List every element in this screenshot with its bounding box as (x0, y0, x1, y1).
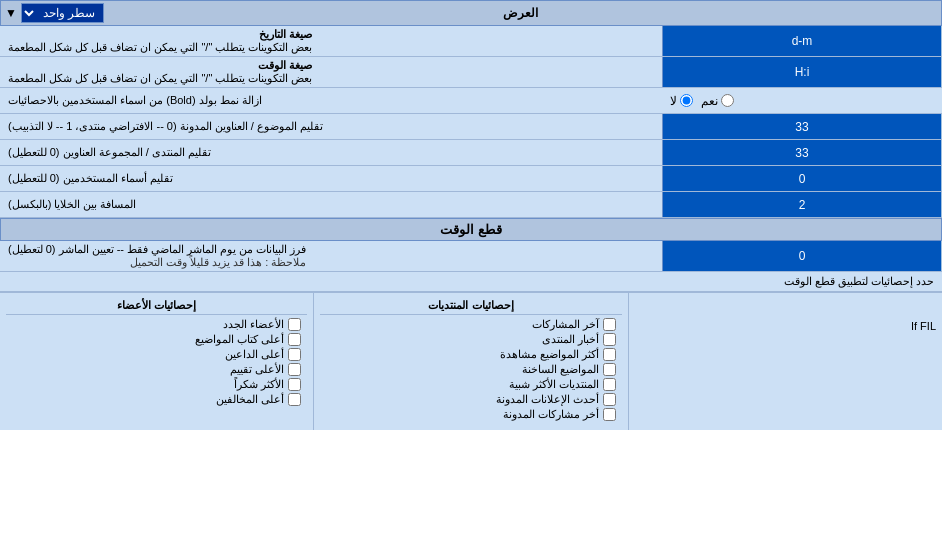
time-cut-input-cell: 0 (662, 241, 942, 271)
cell-spacing-label: المسافة بين الخلايا (بالبكسل) (0, 192, 662, 217)
checkbox-posts-5[interactable] (603, 378, 616, 391)
checkbox-members-4[interactable] (288, 363, 301, 376)
date-format-input-cell: d-m (662, 26, 942, 56)
checkbox-posts-1[interactable] (603, 318, 616, 331)
user-sort-row: 0 تقليم أسماء المستخدمين (0 للتعطيل) (0, 166, 942, 192)
topic-sort-input[interactable]: 33 (669, 119, 935, 135)
cell-spacing-input[interactable]: 2 (669, 197, 935, 213)
checkbox-label-members-1: الأعضاء الجدد (223, 318, 284, 331)
checkbox-label-posts-4: المواضيع الساخنة (522, 363, 599, 376)
radio-no[interactable] (680, 94, 693, 107)
list-item: أخر مشاركات المدونة (326, 408, 615, 421)
list-item: أخبار المنتدى (326, 333, 615, 346)
bold-remove-row: نعم لا ازالة نمط بولد (Bold) من اسماء ال… (0, 88, 942, 114)
checkbox-label-members-2: أعلى كتاب المواضيع (195, 333, 284, 346)
posts-checkbox-list: آخر المشاركات أخبار المنتدى أكثر المواضي… (320, 315, 621, 426)
forum-sort-label: تقليم المنتدى / المجموعة العناوين (0 للت… (0, 140, 662, 165)
time-cut-row: 0 فرز البيانات من يوم الماشر الماضي فقط … (0, 241, 942, 272)
cell-spacing-input-cell: 2 (662, 192, 942, 217)
dropdown-icon: ▼ (5, 6, 17, 20)
time-cut-label: فرز البيانات من يوم الماشر الماضي فقط --… (0, 241, 662, 271)
checkbox-section: If FIL إحصائيات المنتديات آخر المشاركات … (0, 292, 942, 430)
time-cut-main-label: فرز البيانات من يوم الماشر الماضي فقط --… (8, 243, 306, 256)
time-format-row: H:i صيغة الوقت بعض التكوينات يتطلب "/" ا… (0, 57, 942, 88)
time-cut-note: ملاحظة : هذا قد يزيد قليلاً وقت التحميل (8, 256, 306, 269)
bold-remove-label: ازالة نمط بولد (Bold) من اسماء المستخدمي… (0, 88, 662, 113)
date-format-sublabel: بعض التكوينات يتطلب "/" التي يمكن ان تضا… (8, 41, 312, 54)
checkbox-label-members-6: أعلى المخالفين (216, 393, 284, 406)
list-item: المنتديات الأكثر شبية (326, 378, 615, 391)
posts-col: إحصائيات المنتديات آخر المشاركات أخبار ا… (313, 293, 627, 430)
right-col: If FIL (628, 293, 942, 430)
checkbox-label-posts-5: المنتديات الأكثر شبية (509, 378, 599, 391)
list-item: المواضيع الساخنة (326, 363, 615, 376)
radio-no-label: لا (670, 94, 693, 108)
header-row: العرض سطر واحدسطرينثلاثة أسطر ▼ (0, 0, 942, 26)
radio-yes-label: نعم (701, 94, 734, 108)
checkbox-posts-2[interactable] (603, 333, 616, 346)
checkbox-label-posts-2: أخبار المنتدى (542, 333, 599, 346)
checkbox-members-2[interactable] (288, 333, 301, 346)
checkbox-posts-3[interactable] (603, 348, 616, 361)
apply-row: حدد إحصائيات لتطبيق قطع الوقت (0, 272, 942, 292)
posts-col-header: إحصائيات المنتديات (320, 297, 621, 315)
topic-sort-row: 33 تقليم الموضوع / العناوين المدونة (0 -… (0, 114, 942, 140)
forum-sort-row: 33 تقليم المنتدى / المجموعة العناوين (0 … (0, 140, 942, 166)
cell-spacing-row: 2 المسافة بين الخلايا (بالبكسل) (0, 192, 942, 218)
main-container: العرض سطر واحدسطرينثلاثة أسطر ▼ d-m صيغة… (0, 0, 942, 430)
time-format-input[interactable]: H:i (669, 64, 935, 80)
members-checkbox-list: الأعضاء الجدد أعلى كتاب المواضيع أعلى ال… (6, 315, 307, 411)
checkbox-members-1[interactable] (288, 318, 301, 331)
forum-sort-input[interactable]: 33 (669, 145, 935, 161)
checkbox-label-posts-3: أكثر المواضيع مشاهدة (500, 348, 599, 361)
checkbox-label-posts-7: أخر مشاركات المدونة (503, 408, 599, 421)
radio-yes[interactable] (721, 94, 734, 107)
list-item: أعلى المخالفين (12, 393, 301, 406)
user-sort-input-cell: 0 (662, 166, 942, 191)
checkbox-label-posts-6: أحدث الإعلانات المدونة (496, 393, 599, 406)
display-select[interactable]: سطر واحدسطرينثلاثة أسطر (21, 3, 104, 23)
list-item: الأكثر شكراً (12, 378, 301, 391)
list-item: أعلى كتاب المواضيع (12, 333, 301, 346)
list-item: أكثر المواضيع مشاهدة (326, 348, 615, 361)
members-col-header: إحصائيات الأعضاء (6, 297, 307, 315)
forum-sort-input-cell: 33 (662, 140, 942, 165)
checkbox-label-members-5: الأكثر شكراً (234, 378, 284, 391)
time-format-label: صيغة الوقت بعض التكوينات يتطلب "/" التي … (0, 57, 662, 87)
user-sort-input[interactable]: 0 (669, 171, 935, 187)
list-item: الأعلى تقييم (12, 363, 301, 376)
topic-sort-label: تقليم الموضوع / العناوين المدونة (0 -- ا… (0, 114, 662, 139)
apply-label: حدد إحصائيات لتطبيق قطع الوقت (8, 275, 934, 288)
checkbox-members-3[interactable] (288, 348, 301, 361)
checkbox-posts-7[interactable] (603, 408, 616, 421)
topic-sort-input-cell: 33 (662, 114, 942, 139)
user-sort-label: تقليم أسماء المستخدمين (0 للتعطيل) (0, 166, 662, 191)
if-fil-label: If FIL (635, 318, 936, 334)
checkbox-members-6[interactable] (288, 393, 301, 406)
header-label: العرض (104, 6, 937, 20)
checkbox-label-members-4: الأعلى تقييم (230, 363, 284, 376)
checkbox-label-posts-1: آخر المشاركات (532, 318, 599, 331)
checkbox-members-5[interactable] (288, 378, 301, 391)
checkbox-posts-6[interactable] (603, 393, 616, 406)
checkbox-label-members-3: أعلى الداعين (225, 348, 284, 361)
bold-radio-cell: نعم لا (662, 88, 942, 113)
time-cut-header: قطع الوقت (0, 218, 942, 241)
checkbox-posts-4[interactable] (603, 363, 616, 376)
date-format-title: صيغة التاريخ (8, 28, 312, 41)
time-format-title: صيغة الوقت (8, 59, 312, 72)
time-format-input-cell: H:i (662, 57, 942, 87)
date-format-label: صيغة التاريخ بعض التكوينات يتطلب "/" الت… (0, 26, 662, 56)
list-item: أعلى الداعين (12, 348, 301, 361)
date-format-row: d-m صيغة التاريخ بعض التكوينات يتطلب "/"… (0, 26, 942, 57)
time-cut-input[interactable]: 0 (669, 248, 935, 264)
members-col: إحصائيات الأعضاء الأعضاء الجدد أعلى كتاب… (0, 293, 313, 430)
list-item: الأعضاء الجدد (12, 318, 301, 331)
date-format-input[interactable]: d-m (669, 33, 935, 49)
list-item: أحدث الإعلانات المدونة (326, 393, 615, 406)
time-format-sublabel: بعض التكوينات يتطلب "/" التي يمكن ان تضا… (8, 72, 312, 85)
list-item: آخر المشاركات (326, 318, 615, 331)
